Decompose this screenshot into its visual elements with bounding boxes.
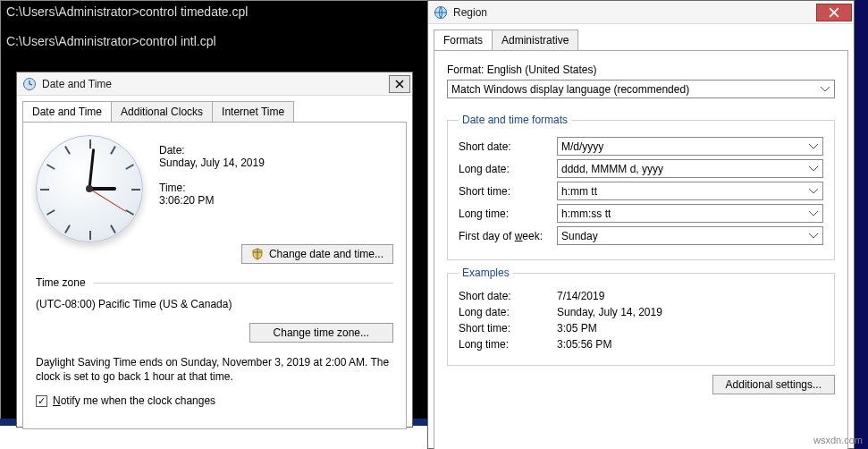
notify-label: Notify me when the clock changes xyxy=(53,394,215,407)
date-time-tabs: Date and Time Additional Clocks Internet… xyxy=(22,101,412,122)
ex-short-date-label: Short date: xyxy=(459,290,557,302)
long-date-label: Long date: xyxy=(459,163,557,175)
short-date-label: Short date: xyxy=(459,140,557,153)
date-value: Sunday, July 14, 2019 xyxy=(159,157,265,169)
ex-short-date-value: 7/14/2019 xyxy=(557,290,823,302)
short-time-label: Short time: xyxy=(459,185,557,198)
close-icon xyxy=(395,80,404,89)
chevron-down-icon xyxy=(819,83,831,96)
shield-icon xyxy=(251,248,264,260)
chevron-down-icon xyxy=(807,140,820,153)
tab-formats[interactable]: Formats xyxy=(434,30,493,50)
region-titlebar[interactable]: Region xyxy=(428,1,854,24)
date-time-formats-heading: Date and time formats xyxy=(459,114,571,126)
tab-administrative[interactable]: Administrative xyxy=(492,30,578,50)
notify-checkbox[interactable]: ✓ xyxy=(36,395,47,407)
close-icon xyxy=(829,7,839,18)
additional-settings-button[interactable]: Additional settings... xyxy=(712,375,835,394)
format-label-row: Format: English (United States) xyxy=(447,64,835,76)
format-select[interactable]: Match Windows display language (recommen… xyxy=(447,80,835,98)
ex-short-time-label: Short time: xyxy=(459,322,557,335)
time-value: 3:06:20 PM xyxy=(159,194,265,207)
tab-date-and-time[interactable]: Date and Time xyxy=(22,101,112,122)
long-time-select[interactable]: h:mm:ss tt xyxy=(557,204,823,223)
change-time-zone-button[interactable]: Change time zone... xyxy=(249,323,393,343)
tab-internet-time[interactable]: Internet Time xyxy=(212,101,294,122)
clock-icon xyxy=(22,77,37,91)
time-zone-value: (UTC-08:00) Pacific Time (US & Canada) xyxy=(36,298,393,310)
close-button[interactable] xyxy=(389,75,410,93)
chevron-down-icon xyxy=(807,208,820,220)
date-and-time-window: Date and Time Date and Time Additional C… xyxy=(16,72,413,428)
chevron-down-icon xyxy=(807,163,820,175)
date-and-time-titlebar[interactable]: Date and Time xyxy=(17,72,412,96)
formats-tab-content: Format: English (United States) Match Wi… xyxy=(434,50,848,449)
time-label: Time: xyxy=(159,182,265,194)
tab-additional-clocks[interactable]: Additional Clocks xyxy=(111,101,213,122)
change-date-time-button[interactable]: Change date and time... xyxy=(241,244,393,264)
analog-clock xyxy=(36,135,143,242)
examples-heading: Examples xyxy=(459,267,513,279)
watermark: wsxdn.com xyxy=(813,435,863,445)
ex-long-date-value: Sunday, July 14, 2019 xyxy=(557,306,823,318)
close-button[interactable] xyxy=(816,4,852,21)
short-date-select[interactable]: M/d/yyyy xyxy=(557,137,823,156)
chevron-down-icon xyxy=(807,185,820,198)
region-title: Region xyxy=(453,6,816,19)
first-day-label: First day of week: xyxy=(459,230,557,242)
date-time-tab-content: Date: Sunday, July 14, 2019 Time: 3:06:2… xyxy=(22,122,407,429)
ex-long-date-label: Long date: xyxy=(459,306,557,318)
date-and-time-title: Date and Time xyxy=(42,78,389,90)
date-label: Date: xyxy=(159,144,265,157)
short-time-select[interactable]: h:mm tt xyxy=(557,182,823,200)
dst-info: Daylight Saving Time ends on Sunday, Nov… xyxy=(36,355,393,384)
long-time-label: Long time: xyxy=(459,208,557,220)
chevron-down-icon xyxy=(807,230,820,242)
time-zone-heading: Time zone xyxy=(36,276,86,289)
checkmark-icon: ✓ xyxy=(38,396,46,406)
globe-icon xyxy=(434,5,448,20)
ex-short-time-value: 3:05 PM xyxy=(557,322,823,335)
region-window: Region Formats Administrative Format: En… xyxy=(427,0,855,449)
long-date-select[interactable]: dddd, MMMM d, yyyy xyxy=(557,159,823,178)
first-day-select[interactable]: Sunday xyxy=(557,226,823,245)
region-tabs: Formats Administrative xyxy=(434,30,854,50)
ex-long-time-label: Long time: xyxy=(459,338,557,351)
ex-long-time-value: 3:05:56 PM xyxy=(557,338,823,351)
